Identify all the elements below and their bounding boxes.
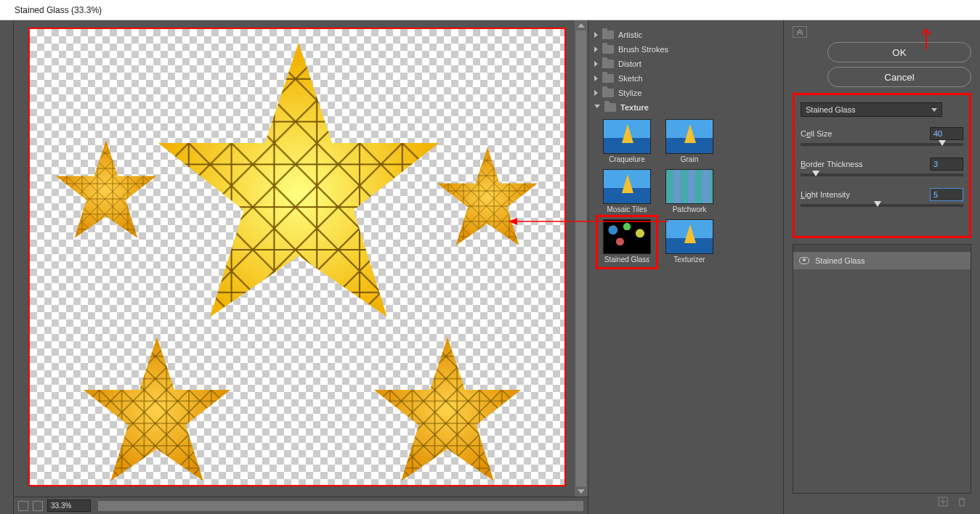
star-shape-small-4 [364, 334, 531, 494]
folder-icon [604, 103, 616, 112]
window-title: Stained Glass (33.3%) [15, 5, 102, 15]
slider-handle-icon[interactable] [874, 201, 881, 207]
category-distort[interactable]: Distort [593, 57, 779, 71]
star-shape-large [139, 36, 458, 341]
preview-toolbar [14, 497, 588, 514]
disclosure-triangle-icon [594, 76, 598, 81]
scroll-up-arrow-icon[interactable] [578, 23, 585, 28]
param-light-intensity: Light Intensity [801, 188, 963, 207]
thumb-mosaic-tiles[interactable]: Mosaic Tiles [600, 169, 654, 213]
category-label: Brush Strokes [618, 45, 668, 54]
visibility-eye-icon[interactable] [799, 257, 809, 264]
folder-icon [602, 45, 614, 54]
category-label: Distort [618, 60, 641, 68]
zoom-in-button[interactable] [33, 501, 43, 511]
canvas-wrap [14, 20, 575, 497]
new-layer-icon[interactable] [938, 497, 948, 507]
svg-marker-5 [437, 147, 538, 245]
ok-button[interactable]: OK [827, 42, 971, 62]
main-area: ArtisticBrush StrokesDistortSketchStyliz… [0, 20, 980, 514]
category-label: Sketch [618, 74, 643, 83]
light-intensity-label: Light Intensity [801, 190, 850, 199]
filter-select-value: Stained Glass [806, 105, 855, 114]
light-intensity-slider[interactable] [801, 204, 963, 207]
disclosure-triangle-icon [594, 46, 598, 52]
cell-size-slider[interactable] [801, 143, 963, 146]
thumb-patchwork[interactable]: Patchwork [663, 169, 716, 213]
border-thickness-input[interactable] [930, 158, 963, 171]
annotation-arrow-up-icon [919, 25, 934, 51]
thumb-image [603, 119, 651, 154]
cell-size-label: Cell Size [801, 129, 832, 138]
scroll-track[interactable] [576, 30, 586, 486]
cancel-button[interactable]: Cancel [827, 67, 971, 87]
svg-marker-7 [84, 337, 230, 481]
thumb-caption: Craquelure [600, 155, 654, 163]
settings-panel: OK Cancel Stained Glass Cell Size Border… [784, 20, 980, 514]
param-cell-size: Cell Size [801, 127, 963, 146]
category-label: Stylize [618, 89, 641, 97]
border-thickness-label: Border Thickness [801, 160, 862, 168]
category-texture[interactable]: Texture [593, 100, 779, 115]
folder-icon [602, 30, 614, 39]
light-intensity-input[interactable] [930, 188, 963, 201]
thumb-image [665, 119, 713, 154]
border-thickness-slider[interactable] [801, 174, 963, 176]
category-label: Texture [620, 103, 649, 112]
category-artistic[interactable]: Artistic [593, 28, 779, 42]
thumb-caption: Patchwork [663, 205, 716, 213]
thumb-stained-glass[interactable]: Stained Glass [600, 219, 654, 265]
disclosure-triangle-icon [594, 32, 598, 38]
effect-layer-row[interactable]: Stained Glass [793, 252, 971, 269]
filter-settings-group: Stained Glass Cell Size Border Thickness [793, 93, 971, 238]
zoom-out-button[interactable] [18, 501, 28, 511]
folder-icon [602, 89, 614, 97]
star-shape-small-1 [52, 138, 161, 247]
zoom-input[interactable] [47, 499, 91, 512]
thumb-craquelure[interactable]: Craquelure [600, 119, 654, 163]
thumb-image [665, 219, 713, 254]
preview-canvas[interactable] [28, 28, 566, 486]
thumb-texturizer[interactable]: Texturizer [663, 219, 716, 265]
slider-handle-icon[interactable] [939, 140, 946, 146]
effect-layers-panel: Stained Glass [793, 244, 971, 494]
folder-icon [602, 60, 614, 68]
texture-thumbnails: CraquelureGrainMosaic TilesPatchworkStai… [593, 115, 779, 266]
collapse-toggle-icon[interactable] [793, 26, 807, 38]
folder-icon [602, 74, 614, 83]
star-shape-small-3 [73, 334, 240, 494]
cell-size-input[interactable] [930, 127, 963, 140]
trash-icon[interactable] [957, 497, 967, 507]
thumb-caption: Mosaic Tiles [600, 205, 654, 213]
preview-horizontal-scrollbar[interactable] [98, 501, 583, 511]
preview-area [14, 20, 588, 497]
category-sketch[interactable]: Sketch [593, 71, 779, 86]
layers-footer [793, 494, 971, 510]
category-stylize[interactable]: Stylize [593, 86, 779, 100]
thumb-caption: Grain [663, 155, 716, 163]
filter-categories-panel: ArtisticBrush StrokesDistortSketchStyliz… [588, 20, 784, 514]
slider-handle-icon[interactable] [812, 171, 819, 176]
param-border-thickness: Border Thickness [801, 158, 963, 176]
effect-layer-label: Stained Glass [815, 256, 864, 265]
disclosure-triangle-icon [594, 105, 600, 111]
category-label: Artistic [618, 30, 642, 39]
window-titlebar: Stained Glass (33.3%) [0, 0, 980, 20]
preview-vertical-scrollbar[interactable] [575, 20, 588, 497]
left-gutter [0, 20, 14, 514]
scroll-down-arrow-icon[interactable] [578, 489, 585, 494]
filter-select-dropdown[interactable]: Stained Glass [801, 102, 942, 117]
disclosure-triangle-icon [594, 61, 598, 67]
thumb-image [665, 169, 713, 204]
thumb-grain[interactable]: Grain [663, 119, 716, 163]
svg-marker-1 [158, 42, 439, 317]
disclosure-triangle-icon [594, 90, 598, 96]
category-brush-strokes[interactable]: Brush Strokes [593, 42, 779, 57]
chevron-down-icon [931, 108, 937, 112]
svg-marker-3 [56, 140, 156, 238]
svg-marker-9 [374, 337, 521, 481]
star-shape-small-2 [433, 145, 542, 254]
thumb-image [603, 169, 651, 204]
thumb-image [603, 219, 651, 254]
preview-column [14, 20, 588, 514]
